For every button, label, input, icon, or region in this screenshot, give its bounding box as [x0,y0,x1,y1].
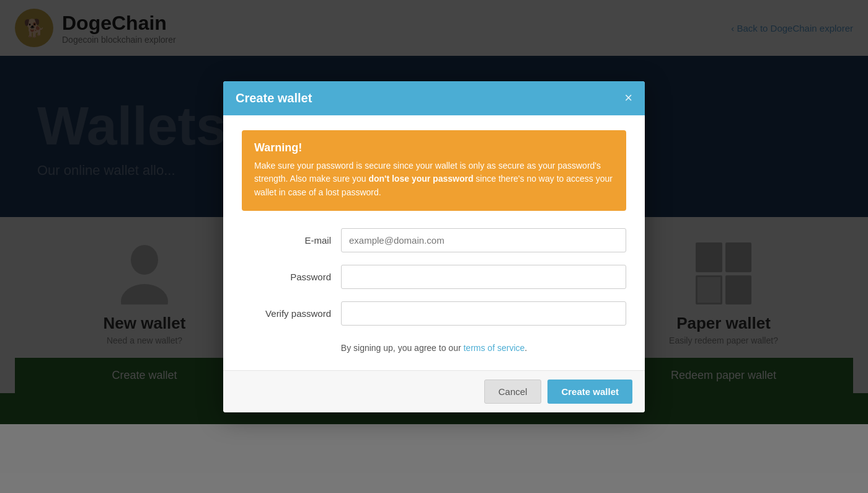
email-row: E-mail [242,228,626,252]
modal-body: Warning! Make sure your password is secu… [223,115,645,370]
password-row: Password [242,265,626,289]
terms-text-before: By signing up, you agree to our [341,343,464,353]
password-input[interactable] [341,265,626,289]
verify-password-input[interactable] [341,301,626,326]
warning-text-bold: don't lose your password [368,174,473,184]
verify-password-label: Verify password [242,308,341,319]
warning-box: Warning! Make sure your password is secu… [242,130,626,210]
warning-text: Make sure your password is secure since … [254,159,614,199]
create-wallet-modal: Create wallet × Warning! Make sure your … [223,81,645,412]
password-label: Password [242,272,341,282]
terms-text-after: . [525,343,527,353]
modal-footer: Cancel Create wallet [223,370,645,412]
verify-password-row: Verify password [242,301,626,326]
terms-row: By signing up, you agree to our terms of… [242,343,626,353]
modal-header: Create wallet × [223,81,645,115]
modal-close-button[interactable]: × [624,91,632,105]
email-label: E-mail [242,235,341,246]
terms-of-service-link[interactable]: terms of service [463,343,525,353]
create-wallet-submit-button[interactable]: Create wallet [547,380,632,404]
modal-title: Create wallet [236,91,312,105]
warning-title: Warning! [254,141,614,154]
cancel-button[interactable]: Cancel [484,380,542,404]
email-input[interactable] [341,228,626,252]
